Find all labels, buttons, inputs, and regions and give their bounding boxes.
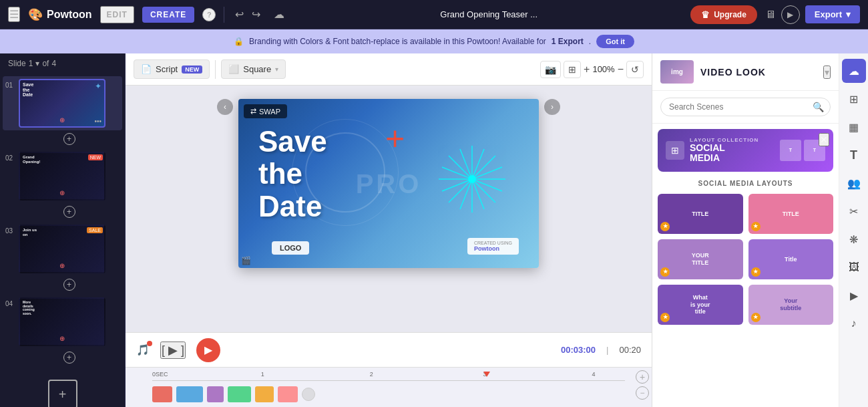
shape-label: Square — [243, 64, 271, 74]
video-button[interactable]: ▶ — [842, 283, 866, 307]
play-button[interactable]: ▶ — [196, 338, 220, 362]
create-button[interactable]: CREATE — [142, 7, 194, 23]
music-button[interactable]: 🎵 — [136, 344, 150, 356]
playhead-triangle — [483, 372, 490, 377]
image-button[interactable]: 🖼 — [842, 255, 866, 279]
chevron-down-icon: ▾ — [846, 9, 851, 19]
collapse-left-button[interactable]: ‹ — [217, 99, 233, 115]
edit-button[interactable]: EDIT — [100, 6, 134, 23]
powtoon-icon: 🎨 — [28, 7, 43, 22]
add-slide-button[interactable]: + — [63, 133, 75, 145]
canvas-wrapper: ‹ ⇄ SWAP Save the Date + PRO — [126, 86, 652, 332]
slide-thumbnail: GrandOpening! NEW ⊕ — [19, 152, 105, 200]
zoom-out-button[interactable]: − — [618, 63, 624, 76]
video-camera-icon: 🎬 — [241, 256, 251, 265]
banner-close-button[interactable]: ✕ — [819, 133, 829, 146]
text-tool-button[interactable]: T — [842, 143, 866, 167]
main-layout: Slide 1 ▾ of 4 01 SavetheDate ✦ ⊕ ••• + — [0, 53, 868, 407]
text-line-2: the — [258, 158, 327, 190]
slide-item[interactable]: 01 SavetheDate ✦ ⊕ ••• — [3, 76, 122, 130]
add-slide-button[interactable]: + — [63, 206, 75, 218]
timeline-ruler: 0SEC 1 2 3 4 — [152, 368, 625, 381]
slide-item[interactable]: 04 Moredetailscomingsoon. ⊕ — [3, 295, 122, 349]
add-slide-button[interactable]: + — [63, 279, 75, 291]
scene-card[interactable]: YOURTITLE ★ — [658, 239, 743, 279]
search-input[interactable] — [660, 98, 831, 116]
scene-card[interactable]: Yoursubtitle ★ — [748, 285, 834, 325]
slide-current: 1 — [29, 59, 33, 68]
cloud-save-button[interactable]: ☁ — [271, 5, 287, 23]
created-label: CREATED USING — [474, 241, 512, 245]
panel-collapse-button[interactable]: ▾ — [823, 65, 831, 79]
slide-item[interactable]: 02 GrandOpening! NEW ⊕ — [3, 149, 122, 203]
canvas-slide[interactable]: ⇄ SWAP Save the Date + PRO — [238, 99, 539, 268]
premium-coin: ★ — [751, 267, 761, 277]
timeline-element[interactable] — [207, 386, 224, 402]
timeline-element[interactable] — [176, 386, 203, 402]
premium-coin: ★ — [660, 267, 670, 277]
shapes-button[interactable]: ❋ — [842, 227, 866, 251]
bracket-button[interactable]: [ ▶ ] — [160, 342, 186, 359]
right-panel-header: img VIDEO LOOK ▾ — [652, 53, 839, 91]
upload-button[interactable]: ☁ — [842, 59, 866, 83]
search-icon: 🔍 — [813, 102, 824, 112]
slide-main-text: Save the Date — [258, 126, 327, 223]
swap-button[interactable]: ⇄ SWAP — [244, 104, 287, 118]
script-button[interactable]: 📄 Script NEW — [134, 59, 210, 79]
logo: 🎨 Powtoon — [28, 7, 92, 22]
timeline-element[interactable] — [228, 386, 251, 402]
timeline-element[interactable] — [278, 386, 298, 402]
scenes-row: Whatis yourtitle ★ Yoursubtitle ★ — [658, 285, 833, 325]
slide-actions: + — [3, 132, 122, 148]
plus-badge: ⊕ — [59, 116, 65, 124]
help-button[interactable]: ? — [202, 8, 216, 21]
premium-coin: ★ — [751, 222, 761, 231]
timeline-minus-button[interactable]: − — [636, 386, 649, 400]
slide-total: 4 — [51, 59, 56, 68]
blank-slide-button[interactable]: + Blank slide — [0, 372, 125, 407]
monitor-button[interactable]: 🖥 — [765, 9, 776, 21]
got-it-button[interactable]: Got it — [596, 35, 634, 48]
add-slide-button[interactable]: + — [63, 352, 75, 364]
scene-card[interactable]: Whatis yourtitle ★ — [658, 285, 743, 325]
scene-card[interactable]: TITLE ★ — [748, 194, 834, 234]
text-line-1: Save — [258, 126, 327, 158]
canvas-toolbar: 📄 Script NEW ⬜ Square ▾ 📷 ⊞ + 100% − ↺ — [126, 53, 652, 86]
grid-view-button[interactable]: ⊞ — [842, 87, 866, 111]
grid-layout-button[interactable]: ⊞ — [564, 61, 581, 78]
slide-options-icon[interactable]: ••• — [94, 118, 101, 125]
player-controls: 🎵 [ ▶ ] ▶ 00:03:00 | 00:20 — [126, 332, 652, 367]
timeline-element[interactable] — [152, 386, 172, 402]
preview-play-button[interactable]: ▶ — [781, 5, 800, 24]
camera-button[interactable]: 📷 — [540, 61, 561, 78]
upgrade-button[interactable]: ♛ Upgrade — [690, 5, 757, 24]
new-badge: NEW — [182, 65, 202, 74]
people-button[interactable]: 👥 — [842, 171, 866, 195]
refresh-button[interactable]: ↺ — [626, 61, 644, 78]
objects-button[interactable]: ✂ — [842, 199, 866, 223]
playhead[interactable] — [483, 372, 490, 377]
music-button-sidebar[interactable]: ♪ — [842, 311, 866, 335]
timeline-element-circle[interactable] — [302, 388, 315, 401]
shape-selector[interactable]: ⬜ Square ▾ — [221, 59, 286, 79]
scene-card[interactable]: Title ★ — [748, 239, 834, 279]
square-icon: ⬜ — [228, 64, 239, 74]
collapse-right-button[interactable]: › — [544, 99, 560, 115]
timeline-add-button[interactable]: + — [636, 370, 649, 384]
logo-placeholder[interactable]: LOGO — [272, 241, 309, 255]
nav-right: 🖥 ▶ Export ▾ — [765, 5, 860, 24]
scenes-row: YOURTITLE ★ Title ★ — [658, 239, 833, 279]
swap-label: SWAP — [259, 108, 280, 116]
undo-button[interactable]: ↩ — [232, 5, 246, 23]
zoom-in-button[interactable]: + — [584, 63, 590, 76]
scene-card[interactable]: TITLE ★ — [658, 194, 743, 234]
slide-item[interactable]: 03 Join uson SALE ⊕ — [3, 222, 122, 276]
texture-button[interactable]: ▦ — [842, 115, 866, 139]
social-title: SOCIAL MEDIA — [690, 143, 775, 164]
scene-thumbnail: Yoursubtitle — [748, 285, 834, 325]
hamburger-menu[interactable]: ☰ — [8, 7, 20, 22]
redo-button[interactable]: ↪ — [249, 5, 263, 23]
export-button[interactable]: Export ▾ — [805, 5, 860, 23]
timeline-element[interactable] — [255, 386, 274, 402]
search-input-wrapper: 🔍 — [660, 98, 831, 116]
